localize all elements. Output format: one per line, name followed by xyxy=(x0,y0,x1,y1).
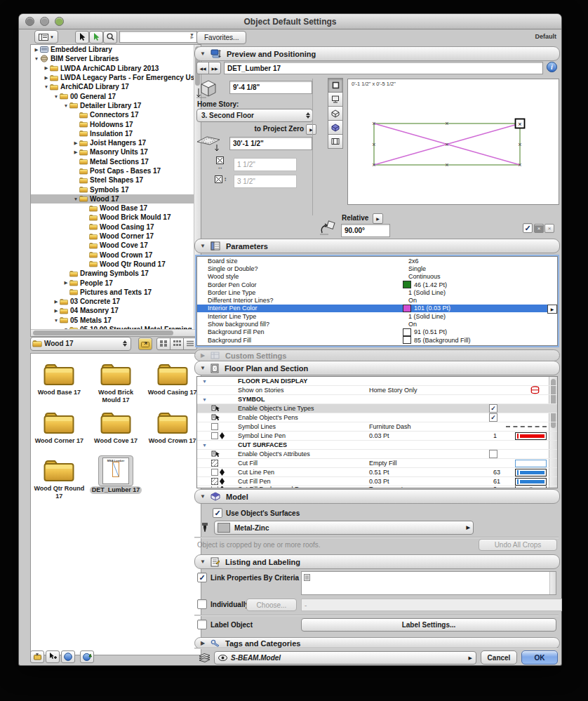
library-browser-item[interactable]: Wood Brick Mould 17 xyxy=(88,359,145,405)
floor-plan-setting-row[interactable]: Cut FillEmpty Fill xyxy=(197,459,557,468)
floor-plan-setting-row[interactable]: Symbol LinesFurniture Dash xyxy=(197,422,557,432)
tree-item[interactable]: ▼BIM Server Libraries xyxy=(31,54,201,63)
tree-item[interactable]: Insulation 17 xyxy=(31,129,201,138)
parameter-row[interactable]: Show background fill?On xyxy=(197,320,557,328)
previous-object-button[interactable]: ◀◀ xyxy=(196,62,209,74)
tree-item[interactable]: Holdowns 17 xyxy=(31,119,201,128)
tree-item[interactable]: ▶Joist Hangers 17 xyxy=(31,138,201,147)
tree-item[interactable]: ▼Wood 17 xyxy=(31,194,201,203)
expand-triangle-icon[interactable]: ▶ xyxy=(195,352,211,359)
checked-checkbox[interactable]: ✓ xyxy=(489,413,497,422)
section-header-parameters[interactable]: ▼ Parameters xyxy=(194,239,560,253)
tree-item[interactable]: ▶People 17 xyxy=(31,278,201,287)
label-settings-button[interactable]: Label Settings... xyxy=(301,618,556,632)
collapse-triangle-icon[interactable]: ▼ xyxy=(195,51,211,57)
section-header-custom-settings[interactable]: ▶ Custom Settings xyxy=(194,349,560,361)
home-story-select[interactable]: 3. Second Floor xyxy=(196,109,313,122)
ok-button[interactable]: OK xyxy=(521,650,558,665)
collapse-triangle-icon[interactable]: ▼ xyxy=(202,397,207,402)
tree-item[interactable]: ▶Embedded Library xyxy=(31,45,201,54)
setting-value[interactable]: 0.03 Pt xyxy=(369,432,389,439)
tree-item[interactable]: ▶Masonry Units 17 xyxy=(31,147,201,156)
pen-preview-swatch[interactable] xyxy=(515,478,547,486)
floor-plan-setting-row[interactable]: Symbol Line Pen0.03 Pt1 xyxy=(197,432,557,441)
tree-item[interactable]: Wood Brick Mould 17 xyxy=(31,213,201,222)
tree-item[interactable]: Wood Base 17 xyxy=(31,203,201,213)
collapse-triangle-icon[interactable]: ▼ xyxy=(62,103,69,108)
object-height-field[interactable]: 9'-4 1/8" xyxy=(229,81,312,94)
plan-view-button[interactable] xyxy=(328,78,343,93)
parameter-row[interactable]: Background Fill Pen91 (0.51 Pt) xyxy=(197,328,557,336)
project-zero-flyout-button[interactable]: ▶ xyxy=(306,124,316,135)
rotation-angle-field[interactable]: 90.00° xyxy=(341,224,390,237)
parameter-value[interactable]: 85 (Background Fill) xyxy=(403,336,471,344)
individually-checkbox[interactable] xyxy=(197,599,207,609)
floor-plan-setting-row[interactable]: Cut Fill Background PenTransparent0∅ xyxy=(197,486,557,488)
parameter-value[interactable]: 46 (1.42 Pt) xyxy=(403,281,447,288)
splitter-collapse-icon[interactable]: ▼ xyxy=(189,32,194,37)
library-browser-item[interactable]: Wood Qtr Round 17 xyxy=(31,455,88,501)
pen-preview-swatch[interactable] xyxy=(515,432,547,440)
parameter-row[interactable]: Board size2x6 xyxy=(197,257,557,265)
parameter-row[interactable]: Different Interior Lines?On xyxy=(197,296,557,304)
tree-item[interactable]: Wood Crown 17 xyxy=(31,251,201,260)
tree-item[interactable]: Post Caps - Bases 17 xyxy=(31,166,201,175)
checked-checkbox[interactable]: ✓ xyxy=(489,404,497,413)
parameter-value[interactable]: Single xyxy=(403,265,426,272)
layer-dropdown[interactable]: S-BEAM.Model ▶ xyxy=(214,651,476,665)
surface-dropdown[interactable]: Metal-Zinc ▶ xyxy=(214,521,474,535)
hotspot-toggle-b-button[interactable]: × xyxy=(544,224,554,233)
3d-wireframe-view-button[interactable] xyxy=(328,106,343,121)
section-view-button[interactable] xyxy=(328,134,343,149)
collapse-triangle-icon[interactable]: ▼ xyxy=(195,559,211,565)
floor-plan-group-row[interactable]: ▼FLOOR PLAN DISPLAY xyxy=(197,377,557,386)
library-browser-item[interactable]: MSA LumberDET_Lumber 17 xyxy=(88,455,145,501)
zoom-button[interactable] xyxy=(55,17,64,26)
current-folder-dropdown[interactable]: Wood 17 xyxy=(30,337,131,351)
tree-item[interactable]: Drawing Symbols 17 xyxy=(31,269,201,278)
new-folder-button[interactable] xyxy=(30,650,44,663)
titlebar[interactable]: Object Default Settings xyxy=(19,14,561,29)
elevation-view-button[interactable] xyxy=(328,92,343,107)
tree-item[interactable]: Connectors 17 xyxy=(31,110,201,119)
elevation-field[interactable]: 30'-1 1/2" xyxy=(229,137,312,150)
tree-item[interactable]: Metal Sections 17 xyxy=(31,157,201,166)
floor-plan-setting-row[interactable]: Enable Object's Line Types✓ xyxy=(197,404,557,413)
pen-preview-swatch[interactable] xyxy=(515,460,547,467)
minimize-button[interactable] xyxy=(40,17,49,26)
section-header-listing-and-labeling[interactable]: ▼ Listing and Labeling xyxy=(194,554,560,569)
parameter-row[interactable]: Background Fill85 (Background Fill) xyxy=(197,336,557,344)
library-browser-item[interactable]: Wood Casing 17 xyxy=(144,359,201,405)
info-icon[interactable]: i xyxy=(547,62,557,74)
parameter-value[interactable]: 1 (Solid Line) xyxy=(403,289,446,296)
search-toggle[interactable] xyxy=(103,31,117,44)
upload-to-server-button[interactable] xyxy=(80,650,94,663)
tree-item[interactable]: ▶LWDA Legacy Parts - For Emergency Use O… xyxy=(31,73,201,82)
collapse-triangle-icon[interactable]: ▼ xyxy=(195,365,211,371)
floor-plan-setting-row[interactable]: Enable Object's Attributes xyxy=(197,450,557,459)
floor-plan-group-row[interactable]: ▼CUT SURFACES xyxy=(197,441,557,450)
setting-value[interactable]: 0.03 Pt xyxy=(369,478,389,485)
setting-value[interactable]: Empty Fill xyxy=(369,460,397,467)
tree-item[interactable]: ▼05 Metals 17 xyxy=(31,316,201,325)
tree-item[interactable]: ▼00 General 17 xyxy=(31,91,201,100)
select-cursor-toggle[interactable] xyxy=(75,31,89,44)
expand-triangle-icon[interactable]: ▶ xyxy=(62,280,69,286)
criteria-scrollbar[interactable] xyxy=(549,572,556,594)
tree-item[interactable]: Symbols 17 xyxy=(31,185,201,194)
collapse-triangle-icon[interactable]: ▼ xyxy=(53,318,60,323)
parameter-value[interactable]: On xyxy=(403,297,417,304)
collapse-triangle-icon[interactable]: ▼ xyxy=(72,196,79,201)
pen-preview-swatch[interactable]: ∅ xyxy=(515,486,547,488)
large-icons-view-button[interactable] xyxy=(156,338,171,350)
tree-item[interactable]: Wood Casing 17 xyxy=(31,222,201,232)
parameter-row[interactable]: Single or Double?Single xyxy=(197,265,557,272)
expand-triangle-icon[interactable]: ▶ xyxy=(33,47,40,53)
undo-all-crops-button[interactable]: Undo All Crops xyxy=(479,539,557,551)
expand-triangle-icon[interactable]: ▶ xyxy=(72,149,79,155)
close-button[interactable] xyxy=(25,17,34,26)
criteria-listbox[interactable] xyxy=(301,571,556,595)
add-item-button[interactable] xyxy=(46,650,60,663)
pen-preview-swatch[interactable] xyxy=(515,469,547,476)
parameter-row[interactable]: Border Line Type1 (Solid Line) xyxy=(197,288,557,296)
